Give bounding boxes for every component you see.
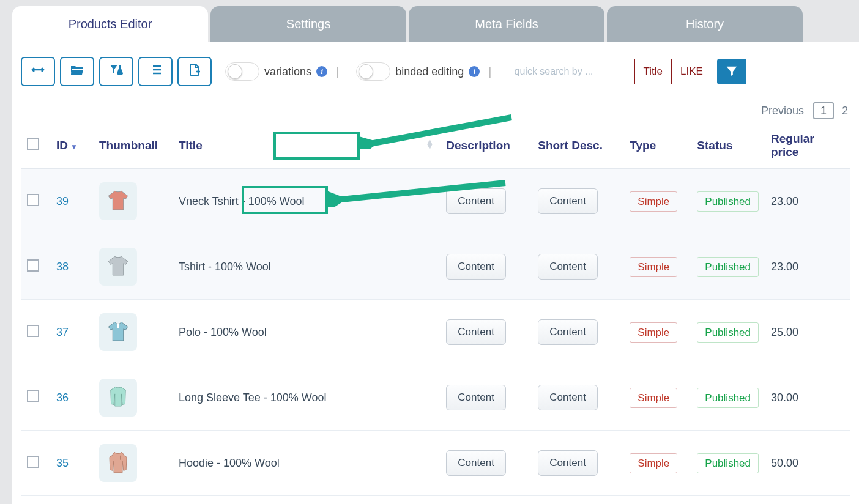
binded-editing-label: binded editing <box>395 65 464 78</box>
status-tag[interactable]: Published <box>697 191 759 212</box>
table-row: 39 Vneck Tshirt - 100% Wool Content Cont… <box>21 168 850 234</box>
toolbar: variations i | binded editing i | Title … <box>21 57 850 86</box>
previous-page-link[interactable]: Previous <box>761 105 804 117</box>
row-id-link[interactable]: 38 <box>56 261 69 273</box>
row-checkbox[interactable] <box>27 390 39 402</box>
row-title[interactable]: Vneck Tshirt - 100% Wool <box>179 195 304 207</box>
list-icon <box>148 62 163 81</box>
search-operator-select[interactable]: LIKE <box>672 59 712 84</box>
separator: | <box>488 65 491 79</box>
top-tabs: Products Editor Settings Meta Fields His… <box>12 6 859 42</box>
type-tag[interactable]: Simple <box>630 322 677 343</box>
col-status[interactable]: Status <box>691 124 765 168</box>
col-thumbnail[interactable]: Thumbnail <box>93 124 173 168</box>
file-plus-icon <box>187 62 202 81</box>
col-regular-price[interactable]: Regular price <box>765 124 850 168</box>
row-price[interactable]: 23.00 <box>771 261 798 273</box>
type-tag[interactable]: Simple <box>630 388 677 408</box>
sort-desc-icon: ▼ <box>70 143 78 151</box>
description-content-button[interactable]: Content <box>446 385 506 410</box>
col-short-desc[interactable]: Short Desc. <box>532 124 623 168</box>
table-row: 36 Long Sleeve Tee - 100% Wool Content C… <box>21 365 850 431</box>
row-title[interactable]: Tshirt - 100% Wool <box>179 261 271 273</box>
row-title[interactable]: Hoodie - 100% Wool <box>179 457 280 469</box>
short-desc-content-button[interactable]: Content <box>538 188 598 214</box>
open-folder-button[interactable] <box>60 57 94 86</box>
status-tag[interactable]: Published <box>697 322 759 343</box>
row-thumbnail[interactable] <box>99 444 137 482</box>
short-desc-content-button[interactable]: Content <box>538 385 598 410</box>
variations-toggle[interactable] <box>225 62 259 81</box>
add-document-button[interactable] <box>177 57 212 86</box>
description-content-button[interactable]: Content <box>446 450 506 476</box>
select-all-checkbox[interactable] <box>27 138 39 150</box>
status-tag[interactable]: Published <box>697 388 759 408</box>
row-price[interactable]: 23.00 <box>771 195 798 207</box>
pagination-top: Previous 1 2 <box>21 105 850 117</box>
short-desc-content-button[interactable]: Content <box>538 450 598 476</box>
col-type[interactable]: Type <box>623 124 691 168</box>
quick-search-input[interactable] <box>507 59 635 84</box>
col-description[interactable]: Description <box>440 124 532 168</box>
type-tag[interactable]: Simple <box>630 191 677 212</box>
row-thumbnail[interactable] <box>99 182 137 220</box>
status-tag[interactable]: Published <box>697 453 759 473</box>
products-table: ID▼ Thumbnail Title▲▼ Description Short … <box>21 124 850 504</box>
description-content-button[interactable]: Content <box>446 188 506 214</box>
row-thumbnail[interactable] <box>99 379 137 417</box>
row-thumbnail[interactable] <box>99 313 137 351</box>
separator: | <box>336 65 339 79</box>
tab-meta-fields[interactable]: Meta Fields <box>409 6 604 42</box>
table-row: 38 Tshirt - 100% Wool Content Content Si… <box>21 234 850 300</box>
status-tag[interactable]: Published <box>697 257 759 277</box>
row-id-link[interactable]: 37 <box>56 326 69 338</box>
row-id-link[interactable]: 35 <box>56 457 69 469</box>
row-title[interactable]: Polo - 100% Wool <box>179 326 267 338</box>
row-checkbox[interactable] <box>27 325 39 337</box>
folder-open-icon <box>70 62 84 81</box>
description-content-button[interactable]: Content <box>446 319 506 345</box>
info-icon[interactable]: i <box>469 66 480 77</box>
horizontal-arrows-icon <box>31 62 45 81</box>
row-price[interactable]: 30.00 <box>771 391 798 404</box>
type-tag[interactable]: Simple <box>630 257 677 277</box>
tab-history[interactable]: History <box>607 6 803 42</box>
description-content-button[interactable]: Content <box>446 254 506 280</box>
row-checkbox[interactable] <box>27 259 39 272</box>
tab-products-editor[interactable]: Products Editor <box>12 6 208 42</box>
row-price[interactable]: 50.00 <box>771 457 798 469</box>
col-title[interactable]: Title▲▼ <box>173 124 440 168</box>
table-row: 35 Hoodie - 100% Wool Content Content Si… <box>21 431 850 496</box>
search-field-select[interactable]: Title <box>635 59 672 84</box>
row-thumbnail[interactable] <box>99 248 137 286</box>
funnel-icon <box>725 64 738 80</box>
binded-editing-toggle[interactable] <box>356 62 390 81</box>
table-row: 37 Polo - 100% Wool Content Content Simp… <box>21 300 850 365</box>
search-submit-button[interactable] <box>717 59 746 84</box>
type-tag[interactable]: Simple <box>630 453 677 473</box>
page-1[interactable]: 1 <box>813 102 834 119</box>
tab-settings[interactable]: Settings <box>210 6 406 42</box>
row-title[interactable]: Long Sleeve Tee - 100% Wool <box>179 391 327 404</box>
short-desc-content-button[interactable]: Content <box>538 319 598 345</box>
short-desc-content-button[interactable]: Content <box>538 254 598 280</box>
row-price[interactable]: 25.00 <box>771 326 798 338</box>
variations-label: variations <box>264 65 311 78</box>
row-id-link[interactable]: 36 <box>56 391 69 404</box>
resize-columns-button[interactable] <box>21 57 55 86</box>
panel: variations i | binded editing i | Title … <box>12 42 859 504</box>
funnel-flask-icon <box>109 62 124 81</box>
col-id[interactable]: ID▼ <box>50 124 93 168</box>
row-checkbox[interactable] <box>27 456 39 468</box>
info-icon[interactable]: i <box>316 66 327 77</box>
filter-lab-button[interactable] <box>99 57 133 86</box>
table-row: 34 Hoodie with Zipper - 100% Wool Conten… <box>21 496 850 505</box>
row-id-link[interactable]: 39 <box>56 195 69 207</box>
row-checkbox[interactable] <box>27 194 39 206</box>
list-view-button[interactable] <box>138 57 173 86</box>
sort-icon: ▲▼ <box>425 139 434 149</box>
page-2[interactable]: 2 <box>842 105 848 117</box>
